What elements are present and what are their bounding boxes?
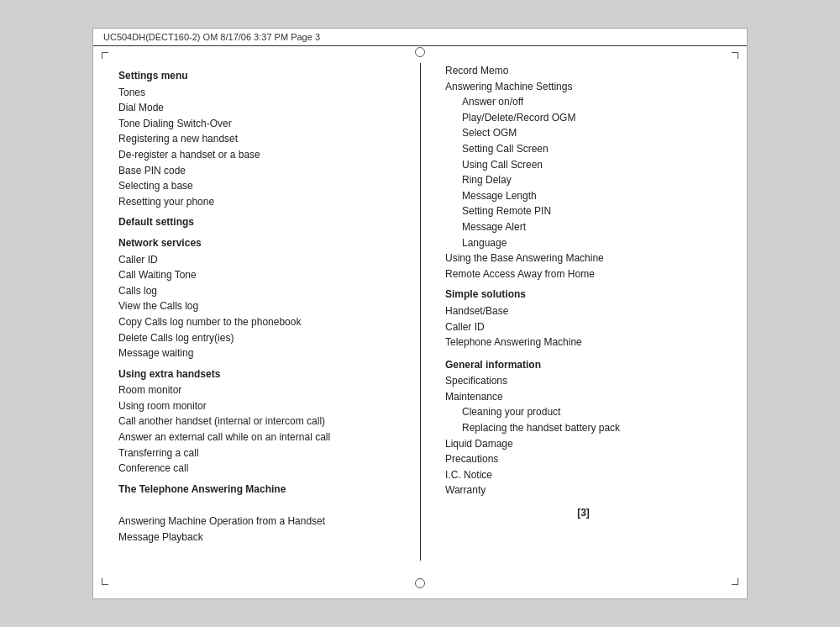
list-item: I.C. Notice bbox=[445, 467, 722, 483]
heading-general-info: General information bbox=[445, 357, 722, 373]
header-text: UC504DH(DECT160-2) OM 8/17/06 3:37 PM Pa… bbox=[103, 32, 320, 42]
heading-settings-menu: Settings menu bbox=[118, 68, 395, 84]
list-item: Using the Base Answering Machine bbox=[445, 250, 722, 266]
list-item: Registering a new handset bbox=[118, 131, 395, 147]
list-item: Handset/Base bbox=[445, 303, 722, 319]
list-item: Specifications bbox=[445, 373, 722, 389]
heading-extra-handsets: Using extra handsets bbox=[118, 366, 395, 382]
list-item: Remote Access Away from Home bbox=[445, 266, 722, 282]
list-item: Room monitor bbox=[118, 382, 395, 398]
list-item: Answering Machine Operation from a Hands… bbox=[118, 514, 395, 530]
list-item: Select OGM bbox=[445, 125, 722, 141]
list-item: Tone Dialing Switch-Over bbox=[118, 116, 395, 132]
list-item: De-register a handset or a base bbox=[118, 147, 395, 163]
list-item: Maintenance bbox=[445, 389, 722, 405]
list-item: Message Alert bbox=[445, 219, 722, 235]
page: UC504DH(DECT160-2) OM 8/17/06 3:37 PM Pa… bbox=[92, 28, 748, 599]
list-item: Setting Remote PIN bbox=[445, 203, 722, 219]
list-item: Record Memo bbox=[445, 63, 722, 79]
list-item: Resetting your phone bbox=[118, 194, 395, 210]
list-item: Cleaning your product bbox=[445, 404, 722, 420]
list-item: Setting Call Screen bbox=[445, 141, 722, 157]
heading-default-settings: Default settings bbox=[118, 214, 395, 230]
heading-simple-solutions: Simple solutions bbox=[445, 287, 722, 303]
content-area: Settings menu Tones Dial Mode Tone Diali… bbox=[93, 46, 747, 586]
heading-telephone-answering: The Telephone Answering Machine bbox=[118, 482, 395, 498]
list-item: Transferring a call bbox=[118, 445, 395, 461]
list-item: Liquid Damage bbox=[445, 436, 722, 452]
list-item: Selecting a base bbox=[118, 178, 395, 194]
list-item: Replacing the handset battery pack bbox=[445, 420, 722, 436]
list-item: Call Waiting Tone bbox=[118, 267, 395, 283]
list-item: Tones bbox=[118, 85, 395, 101]
list-item: Ring Delay bbox=[445, 172, 722, 188]
list-item: View the Calls log bbox=[118, 298, 395, 314]
list-item: Dial Mode bbox=[118, 100, 395, 116]
column-divider bbox=[420, 63, 421, 561]
list-item: Message waiting bbox=[118, 345, 395, 361]
right-column: Record Memo Answering Machine Settings A… bbox=[420, 63, 722, 569]
heading-network-services: Network services bbox=[118, 235, 395, 251]
list-item: Answer on/off bbox=[445, 94, 722, 110]
list-item: Warranty bbox=[445, 482, 722, 498]
page-number: [3] bbox=[445, 505, 722, 521]
list-item bbox=[118, 498, 395, 514]
list-item: Message Playback bbox=[118, 530, 395, 545]
list-item: Base PIN code bbox=[118, 163, 395, 179]
list-item: Using Call Screen bbox=[445, 157, 722, 173]
list-item: Caller ID bbox=[445, 319, 722, 335]
list-item: Language bbox=[445, 235, 722, 251]
list-item: Caller ID bbox=[118, 252, 395, 268]
list-item: Delete Calls log entry(ies) bbox=[118, 330, 395, 346]
list-item: Answer an external call while on an inte… bbox=[118, 429, 395, 445]
list-item: Answering Machine Settings bbox=[445, 79, 722, 95]
list-item: Using room monitor bbox=[118, 398, 395, 414]
header-bar: UC504DH(DECT160-2) OM 8/17/06 3:37 PM Pa… bbox=[93, 29, 747, 46]
list-item: Conference call bbox=[118, 461, 395, 477]
list-item: Call another handset (internal or interc… bbox=[118, 414, 395, 429]
list-item: Copy Calls log number to the phonebook bbox=[118, 314, 395, 330]
list-item: Play/Delete/Record OGM bbox=[445, 110, 722, 126]
list-item: Precautions bbox=[445, 451, 722, 467]
list-item: Message Length bbox=[445, 188, 722, 204]
list-item: Calls log bbox=[118, 283, 395, 299]
left-column: Settings menu Tones Dial Mode Tone Diali… bbox=[118, 63, 420, 569]
list-item: Telephone Answering Machine bbox=[445, 335, 722, 350]
